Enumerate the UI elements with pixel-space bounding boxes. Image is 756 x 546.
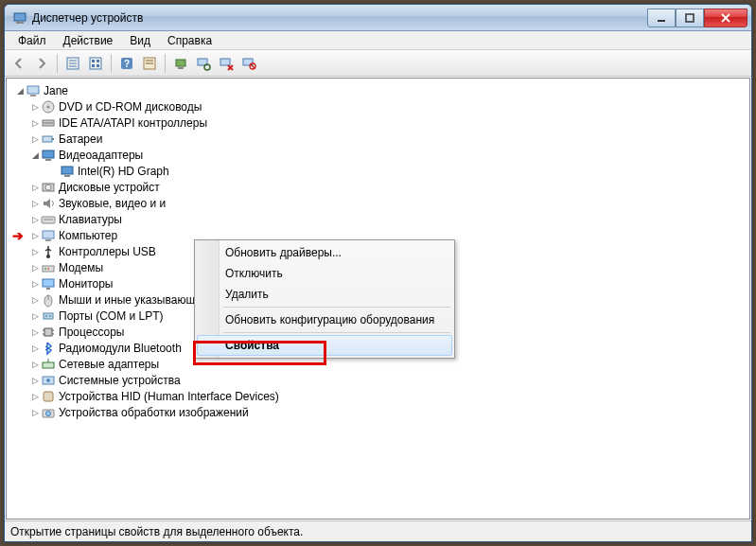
toolbar-update-icon[interactable]	[170, 53, 191, 74]
expand-icon[interactable]: ▷	[29, 311, 41, 321]
tree-item[interactable]: ▷Батареи	[10, 131, 749, 147]
menubar: Файл Действие Вид Справка	[5, 31, 751, 50]
device-category-icon	[41, 99, 56, 114]
tree-item[interactable]: ▷Системные устройства	[10, 372, 749, 388]
tree-item[interactable]: ▷Звуковые, видео и и	[10, 195, 749, 211]
expand-icon[interactable]: ▷	[29, 183, 41, 192]
tree-item[interactable]: ▷Устройства HID (Human Interface Devices…	[10, 388, 749, 404]
device-category-icon	[41, 148, 56, 163]
svg-rect-40	[43, 231, 54, 238]
context-scan-hardware[interactable]: Обновить конфигурацию оборудования	[197, 309, 452, 330]
tree-item[interactable]: ◢Видеоадаптеры	[10, 147, 749, 163]
statusbar: Открытие страницы свойств для выделенног…	[5, 520, 751, 541]
close-button[interactable]	[704, 9, 747, 27]
expand-icon[interactable]: ▷	[29, 263, 41, 273]
context-update-drivers[interactable]: Обновить драйверы...	[197, 242, 452, 263]
tree-item-label: Дисковые устройст	[59, 181, 160, 194]
back-button[interactable]	[9, 53, 29, 74]
svg-rect-3	[686, 14, 694, 22]
context-delete[interactable]: Удалить	[197, 284, 452, 305]
toolbar-list-icon[interactable]	[85, 53, 106, 74]
svg-rect-50	[44, 313, 53, 319]
expand-icon[interactable]: ▷	[29, 327, 41, 337]
expand-icon[interactable]: ▷	[29, 343, 41, 353]
svg-point-61	[46, 379, 50, 382]
svg-rect-34	[62, 167, 73, 174]
expand-icon[interactable]: ▷	[29, 215, 41, 224]
svg-rect-0	[14, 13, 26, 21]
tree-item-label: Батареи	[59, 132, 102, 146]
svg-point-27	[47, 105, 50, 108]
expand-icon[interactable]: ▷	[29, 408, 41, 417]
device-category-icon	[41, 389, 56, 404]
device-category-icon	[41, 196, 56, 211]
tree-item-label: Видеоадаптеры	[59, 149, 143, 162]
minimize-button[interactable]	[647, 9, 676, 27]
titlebar: Диспетчер устройств	[5, 5, 751, 31]
window-title: Диспетчер устройств	[32, 11, 647, 25]
expand-icon[interactable]: ◢	[29, 150, 41, 160]
expand-icon[interactable]: ▷	[29, 102, 41, 112]
tree-item-label: Устройства обработки изображений	[59, 406, 249, 419]
tree-item[interactable]: Intel(R) HD Graph	[10, 163, 749, 179]
app-icon	[12, 10, 27, 26]
expand-icon[interactable]: ▷	[29, 360, 41, 369]
menu-help[interactable]: Справка	[160, 32, 220, 49]
svg-rect-12	[97, 64, 99, 67]
forward-button[interactable]	[31, 53, 52, 74]
computer-icon	[26, 83, 41, 98]
toolbar-details-icon[interactable]	[62, 53, 83, 74]
tree-item[interactable]: ▷Клавиатуры	[10, 211, 749, 227]
svg-rect-24	[27, 86, 39, 94]
svg-rect-11	[92, 64, 95, 67]
statusbar-text: Открытие страницы свойств для выделенног…	[10, 525, 303, 538]
toolbar-uninstall-icon[interactable]	[216, 53, 237, 74]
tree-item-label: Контроллеры USB	[59, 245, 156, 258]
root-label: Jane	[44, 84, 68, 97]
toolbar-scan-icon[interactable]	[193, 53, 214, 74]
svg-rect-62	[44, 392, 53, 401]
tree-item[interactable]: ▷DVD и CD-ROM дисководы	[10, 98, 749, 114]
tree-item[interactable]: ▷Дисковые устройст	[10, 179, 749, 195]
svg-rect-35	[64, 175, 70, 177]
svg-rect-22	[220, 59, 230, 65]
expand-icon[interactable]: ▷	[29, 295, 41, 305]
expand-icon[interactable]: ▷	[29, 231, 41, 240]
device-category-icon	[41, 212, 56, 227]
tree-item-label: IDE ATA/ATAPI контроллеры	[59, 116, 207, 130]
svg-rect-18	[176, 60, 185, 66]
context-disable[interactable]: Отключить	[197, 263, 452, 284]
device-category-icon	[41, 357, 56, 372]
toolbar-properties-icon[interactable]	[139, 53, 160, 74]
toolbar-disable-icon[interactable]	[238, 53, 259, 74]
svg-point-42	[46, 255, 50, 258]
svg-rect-19	[178, 67, 184, 69]
svg-rect-33	[45, 159, 51, 161]
expand-icon[interactable]: ▷	[29, 199, 41, 208]
tree-item[interactable]: ▷IDE ATA/ATAPI контроллеры	[10, 114, 749, 131]
expand-icon[interactable]: ▷	[29, 392, 41, 401]
svg-rect-9	[92, 60, 95, 62]
expand-icon[interactable]: ▷	[29, 247, 41, 256]
menu-view[interactable]: Вид	[122, 32, 158, 49]
menu-action[interactable]: Действие	[56, 32, 121, 49]
collapse-icon[interactable]: ◢	[14, 86, 26, 96]
expand-icon[interactable]: ▷	[29, 134, 41, 144]
menu-file[interactable]: Файл	[10, 32, 54, 49]
svg-rect-47	[46, 288, 50, 290]
tree-root[interactable]: ◢ Jane	[10, 82, 749, 98]
tree-item-label: Устройства HID (Human Interface Devices)	[59, 390, 279, 403]
maximize-button[interactable]	[676, 9, 704, 27]
expand-icon[interactable]: ▷	[29, 376, 41, 385]
toolbar: ?	[5, 50, 751, 77]
expand-icon[interactable]: ▷	[29, 279, 41, 289]
tree-item-label: Радиомодули Bluetooth	[59, 342, 182, 355]
toolbar-help-icon[interactable]: ?	[116, 53, 137, 74]
tree-item-label: Intel(R) HD Graph	[78, 165, 169, 178]
expand-icon[interactable]: ▷	[29, 118, 41, 128]
svg-point-45	[47, 268, 49, 270]
tree-item[interactable]: ▷Устройства обработки изображений	[10, 404, 749, 420]
svg-rect-53	[44, 328, 52, 336]
context-properties[interactable]: Свойства	[197, 335, 452, 356]
device-category-icon	[41, 308, 56, 324]
